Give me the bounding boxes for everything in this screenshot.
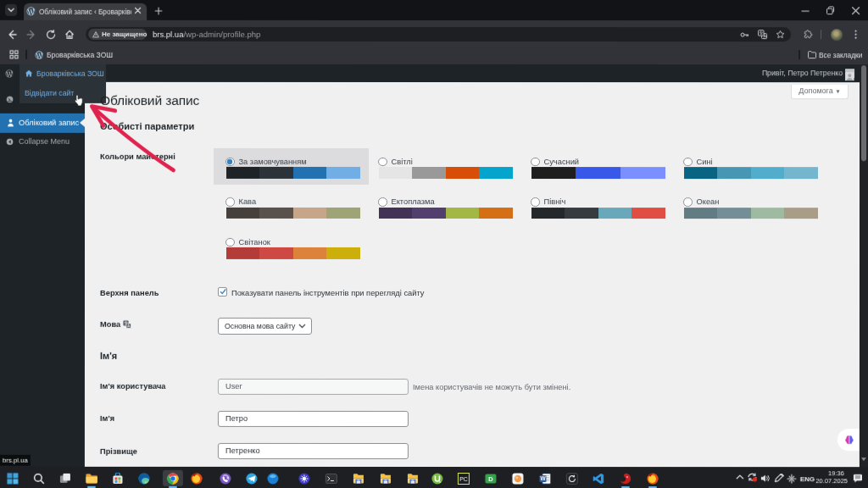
svg-text:PC: PC: [459, 476, 468, 482]
svg-text:W: W: [540, 475, 546, 481]
svg-text:D: D: [488, 475, 493, 483]
